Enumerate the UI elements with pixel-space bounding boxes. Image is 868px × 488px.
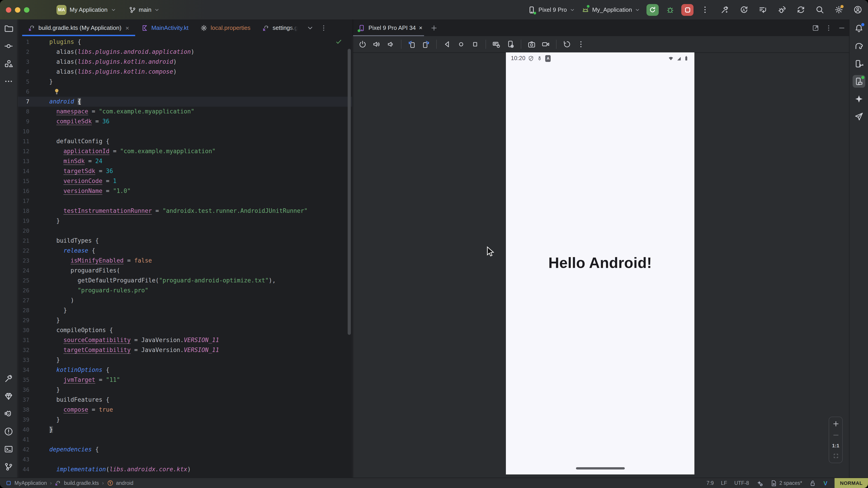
commit-tool-button[interactable]: [2, 40, 15, 53]
caret-position[interactable]: 7:9: [707, 480, 714, 486]
line-number[interactable]: 26: [18, 286, 49, 295]
inspections-ok-icon[interactable]: [336, 38, 342, 45]
line-number[interactable]: 9: [18, 117, 49, 127]
editor-tab-4[interactable]: settings.g: [256, 20, 304, 36]
editor-tab-2[interactable]: MainActivity.kt: [135, 20, 194, 36]
line-number[interactable]: 5: [18, 77, 49, 87]
device-reset-button[interactable]: [561, 38, 573, 50]
code-line[interactable]: 31 sourceCompatibility = JavaVersion.VER…: [18, 335, 352, 345]
code-line[interactable]: 42dependencies {: [18, 445, 352, 455]
more-tool-windows-button[interactable]: [2, 75, 15, 88]
more-run-options-button[interactable]: [700, 5, 710, 15]
code-line[interactable]: 38 compose = true: [18, 405, 352, 415]
code-line[interactable]: 43: [18, 455, 352, 464]
line-number[interactable]: 20: [18, 226, 49, 236]
line-number[interactable]: 8: [18, 107, 49, 117]
code-line[interactable]: 25 getDefaultProguardFile("proguard-andr…: [18, 275, 352, 286]
resource-manager-tool-button[interactable]: [2, 57, 15, 70]
code-line[interactable]: 39 }: [18, 415, 352, 425]
line-number[interactable]: 23: [18, 256, 49, 266]
minimize-window-button[interactable]: [15, 7, 20, 12]
editor-tab-3[interactable]: local.properties: [194, 20, 256, 36]
problems-tool-button[interactable]: [2, 425, 15, 438]
code-line[interactable]: 37 buildFeatures {: [18, 395, 352, 405]
screenshot-button[interactable]: [526, 38, 537, 50]
line-number[interactable]: 24: [18, 266, 49, 275]
zoom-1-1-button[interactable]: 1:1: [832, 443, 839, 448]
line-number[interactable]: 29: [18, 315, 49, 325]
breadcrumb-item[interactable]: build.gradle.kts: [55, 480, 99, 486]
line-number[interactable]: 37: [18, 395, 49, 405]
code-line[interactable]: 12 applicationId = "com.example.myapplic…: [18, 147, 352, 156]
android-home-button[interactable]: [455, 38, 467, 50]
code-line[interactable]: 19 }: [18, 216, 352, 226]
code-line[interactable]: 14 targetSdk = 36: [18, 166, 352, 176]
code-line[interactable]: 23 isMinifyEnabled = false: [18, 256, 352, 266]
close-tab-icon[interactable]: ×: [125, 24, 129, 31]
code-line[interactable]: 35 jvmTarget = "11": [18, 375, 352, 385]
line-number[interactable]: 35: [18, 375, 49, 385]
line-number[interactable]: 15: [18, 176, 49, 186]
code-line[interactable]: 40}: [18, 425, 352, 435]
stop-button[interactable]: [681, 4, 693, 15]
line-number[interactable]: 43: [18, 455, 49, 464]
line-number[interactable]: 39: [18, 415, 49, 425]
run-configuration-selector[interactable]: My_Application: [581, 6, 640, 14]
code-line[interactable]: 15 versionCode = 1: [18, 176, 352, 186]
device-tab[interactable]: Pixel 9 Pro API 34 ×: [358, 20, 424, 36]
line-number[interactable]: 28: [18, 305, 49, 315]
code-line[interactable]: 29 }: [18, 315, 352, 325]
code-line[interactable]: 34 kotlinOptions {: [18, 365, 352, 375]
attach-debugger-button[interactable]: [777, 5, 786, 15]
code-line[interactable]: 26 "proguard-rules.pro": [18, 286, 352, 295]
power-button[interactable]: [357, 38, 368, 50]
line-number[interactable]: 2: [18, 47, 49, 57]
line-number[interactable]: 25: [18, 275, 49, 286]
intention-bulb-icon[interactable]: [53, 88, 60, 95]
line-number[interactable]: 17: [18, 196, 49, 206]
android-back-button[interactable]: [441, 38, 453, 50]
project-widget[interactable]: MA My Application: [57, 5, 116, 15]
breadcrumb-item[interactable]: android: [107, 480, 133, 486]
volume-up-button[interactable]: [371, 38, 382, 50]
volume-down-button[interactable]: [385, 38, 397, 50]
close-window-button[interactable]: [6, 7, 11, 12]
code-line[interactable]: 2 alias(libs.plugins.android.application…: [18, 47, 352, 57]
hide-panel-icon[interactable]: [838, 24, 845, 31]
line-number[interactable]: 31: [18, 335, 49, 345]
line-number[interactable]: 34: [18, 365, 49, 375]
editor-tab-1[interactable]: build.gradle.kts (My Application)×: [22, 20, 135, 36]
line-number[interactable]: 40: [18, 425, 49, 435]
maximize-window-button[interactable]: [24, 7, 29, 12]
gradle-tool-button[interactable]: [852, 40, 865, 53]
code-line[interactable]: 5}: [18, 77, 352, 87]
code-line[interactable]: 10: [18, 127, 352, 136]
build-tool-button[interactable]: [2, 372, 15, 385]
zoom-out-button[interactable]: [832, 431, 839, 439]
line-number[interactable]: 44: [18, 464, 49, 475]
hidden-tabs-icon[interactable]: [306, 24, 313, 31]
debug-button[interactable]: [665, 5, 675, 15]
version-control-tool-button[interactable]: [2, 460, 15, 473]
code-line[interactable]: 3 alias(libs.plugins.kotlin.android): [18, 57, 352, 67]
zoom-fit-button[interactable]: [832, 452, 839, 459]
device-screen[interactable]: 10:20 A Hello Android!: [506, 53, 694, 475]
line-number[interactable]: 22: [18, 246, 49, 256]
line-number[interactable]: 21: [18, 236, 49, 246]
hardware-input-button[interactable]: [491, 38, 502, 50]
line-number[interactable]: 19: [18, 216, 49, 226]
readonly-toggle[interactable]: [809, 480, 816, 486]
ai-assistant-status[interactable]: [756, 480, 763, 486]
line-number[interactable]: 42: [18, 445, 49, 455]
line-number[interactable]: 12: [18, 147, 49, 156]
sync-project-button[interactable]: [796, 5, 806, 15]
notifications-button[interactable]: [852, 22, 865, 35]
line-number[interactable]: 3: [18, 57, 49, 67]
code-line[interactable]: 28 }: [18, 305, 352, 315]
code-line[interactable]: 16 versionName = "1.0": [18, 186, 352, 196]
device-more-button[interactable]: [575, 38, 587, 50]
line-number[interactable]: 16: [18, 186, 49, 196]
code-line[interactable]: 27 ): [18, 295, 352, 305]
device-settings-button[interactable]: [504, 38, 516, 50]
line-number[interactable]: 7: [18, 97, 49, 107]
